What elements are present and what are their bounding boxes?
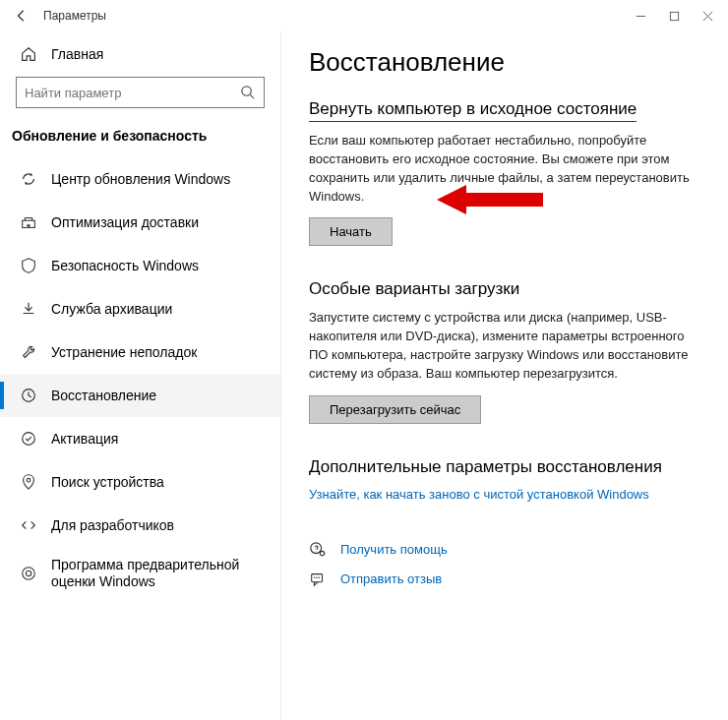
help-icon [309, 541, 327, 559]
section-title-reset: Вернуть компьютер в исходное состояние [309, 99, 637, 122]
svg-point-16 [319, 576, 320, 577]
get-help-link[interactable]: Получить помощь [309, 535, 700, 565]
section-reset: Вернуть компьютер в исходное состояние Е… [309, 99, 700, 246]
section-more-recovery: Дополнительные параметры восстановления … [309, 457, 700, 502]
sync-icon [20, 170, 37, 188]
svg-line-3 [250, 94, 254, 98]
sidebar-item-windows-update[interactable]: Центр обновления Windows [0, 157, 280, 201]
back-button[interactable] [8, 9, 35, 23]
insider-icon [20, 565, 37, 582]
recovery-icon [20, 387, 37, 404]
sidebar-item-recovery[interactable]: Восстановление [0, 374, 280, 417]
close-button[interactable] [700, 9, 714, 23]
window-title: Параметры [43, 9, 106, 23]
sidebar-item-activation[interactable]: Активация [0, 417, 280, 460]
sidebar-item-troubleshoot[interactable]: Устранение неполадок [0, 330, 280, 374]
sidebar-item-windows-security[interactable]: Безопасность Windows [0, 244, 280, 287]
sidebar-item-label: Для разработчиков [51, 517, 174, 534]
sidebar-item-find-device[interactable]: Поиск устройства [0, 460, 280, 504]
section-title-advanced: Особые варианты загрузки [309, 279, 519, 299]
give-feedback-label: Отправить отзыв [340, 571, 442, 586]
section-advanced-startup: Особые варианты загрузки Запустите систе… [309, 279, 700, 423]
search-icon [240, 85, 256, 100]
search-input-wrapper[interactable] [16, 77, 265, 108]
activation-icon [20, 430, 37, 448]
sidebar-item-label: Служба архивации [51, 301, 172, 318]
home-label: Главная [51, 46, 103, 62]
sidebar-item-label: Центр обновления Windows [51, 171, 230, 188]
sidebar-item-developers[interactable]: Для разработчиков [0, 504, 280, 547]
svg-point-8 [23, 568, 35, 580]
sidebar-item-label: Устранение неполадок [51, 344, 197, 361]
main-content: Восстановление Вернуть компьютер в исход… [281, 31, 728, 720]
page-title: Восстановление [309, 47, 700, 78]
maximize-button[interactable] [667, 9, 681, 23]
sidebar: Главная Обновление и безопасность Центр … [0, 31, 281, 720]
section-title-more: Дополнительные параметры восстановления [309, 457, 662, 477]
sidebar-item-delivery-optimization[interactable]: Оптимизация доставки [0, 201, 280, 244]
svg-point-6 [23, 433, 35, 446]
restart-now-button[interactable]: Перезагрузить сейчас [309, 395, 481, 424]
home-nav[interactable]: Главная [0, 37, 280, 73]
give-feedback-link[interactable]: Отправить отзыв [309, 565, 700, 594]
sidebar-item-insider[interactable]: Программа предварительной оценки Windows [0, 547, 280, 600]
home-icon [20, 45, 37, 63]
shield-icon [20, 257, 37, 274]
svg-rect-1 [670, 12, 678, 20]
section-desc-reset: Если ваш компьютер работает нестабильно,… [309, 132, 700, 206]
wrench-icon [20, 343, 37, 361]
sidebar-item-label: Оптимизация доставки [51, 214, 199, 231]
svg-point-14 [314, 576, 315, 577]
feedback-icon [309, 570, 327, 588]
backup-icon [20, 300, 37, 318]
svg-point-7 [27, 478, 30, 482]
minimize-button[interactable] [634, 9, 647, 23]
category-header: Обновление и безопасность [0, 122, 280, 157]
svg-point-12 [320, 551, 325, 556]
section-desc-advanced: Запустите систему с устройства или диска… [309, 309, 700, 383]
get-help-label: Получить помощь [340, 542, 448, 557]
search-input[interactable] [25, 86, 240, 100]
sidebar-item-label: Поиск устройства [51, 474, 164, 491]
sidebar-item-label: Восстановление [51, 388, 156, 404]
delivery-icon [20, 213, 37, 231]
svg-point-15 [316, 576, 317, 577]
developer-icon [20, 516, 37, 534]
sidebar-item-label: Активация [51, 431, 118, 448]
svg-point-9 [26, 570, 30, 575]
svg-point-2 [242, 87, 251, 95]
sidebar-item-label: Безопасность Windows [51, 258, 199, 274]
find-device-icon [20, 473, 37, 491]
sidebar-item-label: Программа предварительной оценки Windows [51, 557, 261, 590]
fresh-start-link[interactable]: Узнайте, как начать заново с чистой уста… [309, 487, 700, 502]
start-reset-button[interactable]: Начать [309, 217, 393, 246]
feedback-section: Получить помощь Отправить отзыв [309, 535, 700, 594]
sidebar-item-backup[interactable]: Служба архивации [0, 287, 280, 330]
